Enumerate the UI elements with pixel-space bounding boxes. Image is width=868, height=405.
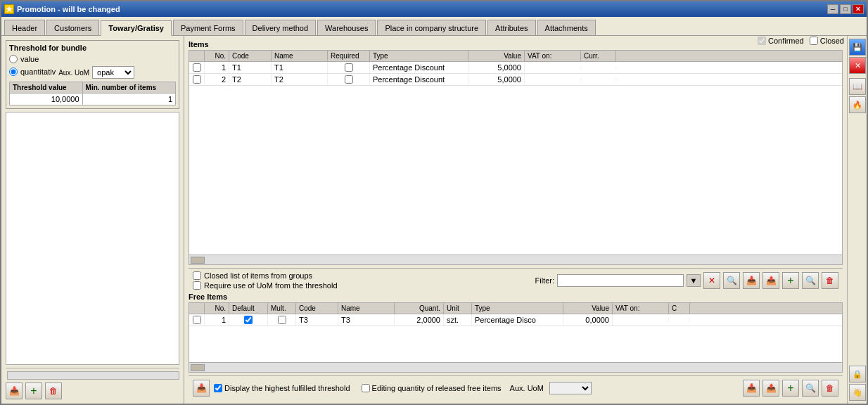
fi-default-checkbox-1[interactable] [244,316,253,324]
left-scroll[interactable] [7,371,179,380]
filter-dropdown-btn[interactable]: ▼ [687,274,701,287]
maximize-button[interactable]: □ [840,4,851,14]
items-hscroll[interactable] [189,255,842,264]
threshold-table: Threshold value Min. number of items 10,… [9,82,176,105]
radio-value[interactable] [9,55,18,63]
bottom-delete-btn[interactable]: 🗑 [822,380,838,397]
bottom-import-btn[interactable]: 📥 [193,380,210,397]
fi-col-value: Value [563,303,613,314]
tab-delivery[interactable]: Delivery method [245,20,316,35]
items-req-checkbox-2[interactable] [345,75,353,84]
fi-col-type: Type [472,303,563,314]
filter-search-btn[interactable]: 🔍 [723,272,740,289]
tab-header[interactable]: Header [4,20,45,35]
tab-towary[interactable]: Towary/Gratisy [101,20,172,36]
filter-clear-btn[interactable]: ✕ [703,272,720,289]
fi-cell-unit-1: szt. [444,314,472,326]
fi-mult-checkbox-1[interactable] [278,316,286,324]
fi-col-default: Default [229,303,268,314]
filter-right-area: Filter: ▼ ✕ 🔍 📥 📤 + 🔍 🗑 [535,272,839,289]
items-hscroll-thumb[interactable] [191,257,205,264]
items-col-value: Value [468,51,525,61]
items-cell-req-1 [328,62,370,73]
bottom-import2-btn[interactable]: 📥 [743,380,760,397]
fi-checkbox-1[interactable] [193,316,201,324]
threshold-minitems-cell: 1 [82,94,175,105]
threshold-col-min: Min. number of items [82,82,175,94]
fi-col-name: Name [338,303,395,314]
items-section: No. Code Name Required Type Value VAT on… [189,50,843,265]
bottom-export-btn[interactable]: 📤 [762,380,779,397]
lock-btn[interactable]: 🔒 [849,366,866,382]
window-title: Promotion - will be changed [17,5,120,13]
main-window: ★ Promotion - will be changed ─ □ ✕ Head… [0,0,868,405]
items-cell-type-2: Percentage Discount [370,74,468,85]
free-items-hscroll-thumb[interactable] [191,364,205,371]
bottom-bar: 📥 Display the highest fulfilled threshol… [189,375,843,399]
tab-attachments[interactable]: Attachments [537,20,596,35]
closed-list-checkbox[interactable] [193,271,201,280]
fi-col-no: No. [205,303,229,314]
free-items-section: No. Default Mult. Code Name Quant. Unit … [189,302,843,373]
items-export-btn[interactable]: 📤 [762,272,779,289]
fi-col-mult: Mult. [268,303,296,314]
fi-col-c: C [669,303,690,314]
items-cell-cb-1 [189,62,205,73]
items-add-btn[interactable]: + [782,272,799,289]
left-add-btn[interactable]: + [25,382,42,399]
items-cell-vaton-2 [525,78,581,81]
fi-cell-no-1: 1 [205,314,229,326]
fi-cell-c-1 [669,319,690,321]
aux-uom-select[interactable]: opak [92,66,134,79]
hand-btn[interactable]: 👋 [849,384,866,401]
cancel-btn[interactable]: ✕ [849,57,866,74]
left-delete-btn[interactable]: 🗑 [45,382,62,399]
tab-customers[interactable]: Customers [46,20,99,35]
filter-input[interactable] [557,274,684,287]
tab-warehouses[interactable]: Warehouses [317,20,376,35]
items-import2-btn[interactable]: 📥 [743,272,760,289]
items-cell-curr-2 [581,78,616,81]
fi-cell-cb-1 [189,314,205,326]
tab-attributes[interactable]: Attributes [487,20,535,35]
save-btn[interactable]: 💾 [849,39,866,56]
fi-cell-mult-1 [268,314,296,326]
items-req-checkbox-1[interactable] [345,63,353,72]
items-section-label: Items [189,40,843,49]
right-panel: Items No. Code Name Required Type Value … [184,36,847,404]
threshold-value-cell: 10,0000 [10,94,83,105]
items-cell-vaton-1 [525,66,581,69]
left-import-btn[interactable]: 📥 [6,382,23,399]
tab-place[interactable]: Place in company structure [377,20,486,35]
editing-quantity-checkbox[interactable] [362,384,370,392]
items-checkbox-1[interactable] [193,63,201,72]
require-uom-label: Require use of UoM from the threshold [204,281,338,290]
fi-col-code: Code [296,303,338,314]
fire-btn[interactable]: 🔥 [849,96,866,113]
radio-value-row: value [9,55,176,63]
radio-quantitative[interactable] [9,68,18,76]
display-threshold-checkbox[interactable] [214,384,222,392]
require-uom-checkbox[interactable] [193,281,201,290]
items-col-req: Required [328,51,370,61]
items-delete-btn[interactable]: 🗑 [822,272,838,289]
radio-quantitative-label: quantitativ [20,68,56,76]
left-panel: Threshold for bundle value quantitativ A… [1,36,184,404]
free-items-row: 1 T3 T3 2,0000 szt. Percentage Disco 0,0… [189,314,842,326]
items-cell-no-1: 1 [205,62,229,73]
display-threshold-label: Display the highest fulfilled threshold [224,384,350,392]
minimize-button[interactable]: ─ [827,4,838,14]
free-items-hscroll[interactable] [189,362,842,372]
close-button[interactable]: ✕ [853,4,864,14]
window-icon: ★ [4,4,14,14]
items-cell-type-1: Percentage Discount [370,62,468,73]
items-row: 2 T2 T2 Percentage Discount 5,0000 [189,74,842,86]
aux-uom-select-bottom[interactable] [549,382,592,394]
items-search2-btn[interactable]: 🔍 [802,272,819,289]
bottom-add-btn[interactable]: + [782,380,799,397]
items-checkbox-2[interactable] [193,75,201,84]
tab-payment[interactable]: Payment Forms [173,20,243,35]
bottom-right-tools: 📥 📤 + 🔍 🗑 [743,380,838,397]
book-btn[interactable]: 📖 [849,78,866,95]
bottom-search-btn[interactable]: 🔍 [802,380,819,397]
